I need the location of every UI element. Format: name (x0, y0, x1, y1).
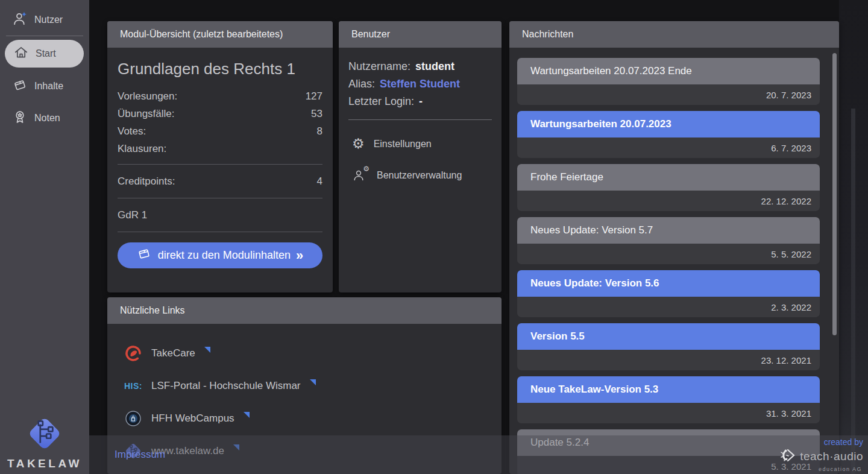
sidebar-item-label: Nutzer (34, 14, 63, 25)
username-row: Nutzername:student (348, 58, 492, 75)
news-item-date: 2. 3. 2022 (517, 297, 820, 317)
sidebar: Nutzer Start (0, 0, 89, 474)
user-gear-icon: ⚙ (352, 168, 368, 183)
studio-subtitle: education AG (819, 466, 862, 472)
sidebar-divider (6, 36, 83, 36)
award-icon (12, 109, 28, 127)
gear-icon: ⚙ (352, 137, 365, 151)
stat-row: Klausuren: (118, 140, 322, 157)
sidebar-item-label: Start (36, 48, 56, 59)
user-management-label: Benutzerverwaltung (377, 170, 462, 181)
user-fields: Nutzername:student Alias:Steffen Student… (348, 58, 492, 110)
stat-row: Votes: 8 (118, 122, 322, 140)
news-list: Wartungsarbeiten 20.07.2023 Ende 20. 7. … (517, 48, 820, 474)
brand-name: TAKELAW (0, 457, 89, 470)
news-item[interactable]: Wartungsarbeiten 20.07.2023 6. 7. 2023 (517, 111, 820, 158)
news-item[interactable]: Neues Update: Version 5.7 5. 5. 2022 (517, 217, 820, 264)
creditpoints-row: Creditpoints: 4 (118, 171, 322, 191)
external-link-arrow-icon (244, 412, 250, 418)
hfh-logo-icon (124, 411, 143, 426)
book-icon (137, 247, 151, 264)
module-title: Grundlagen des Rechts 1 (118, 60, 322, 78)
stat-row: Übungsfälle: 53 (118, 105, 322, 122)
stat-row: Vorlesungen: 127 (118, 87, 322, 105)
footer-bar: Impressum created by teach·audio educati… (89, 435, 868, 474)
takecare-logo-icon (124, 345, 143, 362)
alias-value: Steffen Student (380, 78, 460, 90)
chevrons-right-icon: » (296, 249, 303, 262)
news-item-date: 20. 7. 2023 (517, 84, 820, 105)
module-contents-button[interactable]: direkt zu den Modulinhalten » (118, 242, 322, 268)
module-card-header: Modul-Übersicht (zuletzt bearbeitetes) (107, 21, 333, 48)
user-card: Benutzer Nutzername:student Alias:Steffe… (339, 21, 502, 292)
news-scrollbar[interactable] (832, 53, 837, 335)
username-value: student (415, 60, 454, 72)
module-short-name: GdR 1 (118, 205, 322, 225)
user-sparkle-icon (12, 11, 28, 29)
alias-row: Alias:Steffen Student (348, 75, 492, 93)
sidebar-item-start[interactable]: Start (5, 40, 84, 68)
news-item-title: Neues Update: Version 5.6 (517, 270, 820, 297)
external-link-arrow-icon (204, 347, 210, 353)
news-item[interactable]: Frohe Feiertage 22. 12. 2022 (517, 164, 820, 211)
news-item-title: Neue TakeLaw-Version 5.3 (517, 376, 820, 403)
link-label: HFH WebCampus (151, 412, 234, 425)
external-link-arrow-icon (310, 379, 316, 385)
gecko-icon (779, 447, 797, 466)
sidebar-item-noten[interactable]: Noten (0, 106, 89, 130)
takelaw-diamond-icon (25, 445, 64, 455)
news-item-date: 23. 12. 2021 (517, 350, 820, 370)
module-button-label: direkt zu den Modulinhalten (158, 249, 291, 262)
sidebar-item-label: Inhalte (34, 81, 63, 92)
home-icon (13, 45, 29, 63)
link-label: TakeCare (151, 347, 195, 359)
settings-label: Einstellungen (374, 139, 432, 150)
created-by-label: created by (824, 437, 863, 447)
news-item-title: Neues Update: Version 5.7 (517, 217, 820, 244)
studio-name: teach·audio (800, 450, 863, 463)
news-item[interactable]: Neues Update: Version 5.6 2. 3. 2022 (517, 270, 820, 317)
his-logo-icon: HIS: (124, 381, 143, 391)
news-item-title: Wartungsarbeiten 20.07.2023 (517, 111, 820, 137)
module-stats: Vorlesungen: 127 Übungsfälle: 53 Votes: … (118, 87, 322, 157)
last-login-row: Letzter Login:- (348, 93, 492, 110)
divider (348, 119, 492, 120)
sidebar-item-nutzer[interactable]: Nutzer (0, 8, 89, 32)
book-icon (12, 77, 28, 95)
news-item-title: Wartungsarbeiten 20.07.2023 Ende (517, 58, 820, 84)
news-item-date: 31. 3. 2021 (517, 403, 820, 423)
link-label: LSF-Portal - Hochschule Wismar (151, 380, 301, 392)
brand-logo: TAKELAW (0, 414, 89, 470)
user-card-header: Benutzer (339, 21, 502, 48)
news-card-header: Nachrichten (509, 21, 839, 48)
settings-menu-item[interactable]: ⚙ Einstellungen (352, 137, 492, 151)
news-item[interactable]: Wartungsarbeiten 20.07.2023 Ende 20. 7. … (517, 58, 820, 105)
sidebar-item-label: Noten (34, 113, 60, 124)
news-item-date: 6. 7. 2023 (517, 137, 820, 158)
created-by-block: created by teach·audio education AG (779, 437, 863, 473)
sidebar-item-inhalte[interactable]: Inhalte (0, 74, 89, 98)
link-hfh-webcampus[interactable]: HFH WebCampus (124, 402, 502, 435)
module-overview-card: Modul-Übersicht (zuletzt bearbeitetes) G… (107, 21, 333, 292)
news-item-date: 5. 5. 2022 (517, 244, 820, 264)
last-login-value: - (419, 95, 423, 107)
divider (118, 232, 322, 232)
user-management-menu-item[interactable]: ⚙ Benutzerverwaltung (352, 168, 492, 183)
divider (118, 198, 322, 198)
news-item[interactable]: Version 5.5 23. 12. 2021 (517, 323, 820, 370)
news-item-title: Version 5.5 (517, 323, 820, 350)
news-item-title: Frohe Feiertage (517, 164, 820, 191)
divider (118, 164, 322, 165)
link-lsf-portal[interactable]: HIS: LSF-Portal - Hochschule Wismar (124, 370, 502, 402)
links-card-header: Nützliche Links (107, 297, 502, 324)
news-item[interactable]: Neue TakeLaw-Version 5.3 31. 3. 2021 (517, 376, 820, 423)
news-card: Nachrichten Wartungsarbeiten 20.07.2023 … (509, 21, 839, 474)
link-takecare[interactable]: TakeCare (124, 337, 502, 370)
news-item-date: 22. 12. 2022 (517, 191, 820, 211)
takelaw-dashboard: Nutzer Start (0, 0, 868, 474)
impressum-link[interactable]: Impressum (115, 449, 165, 461)
